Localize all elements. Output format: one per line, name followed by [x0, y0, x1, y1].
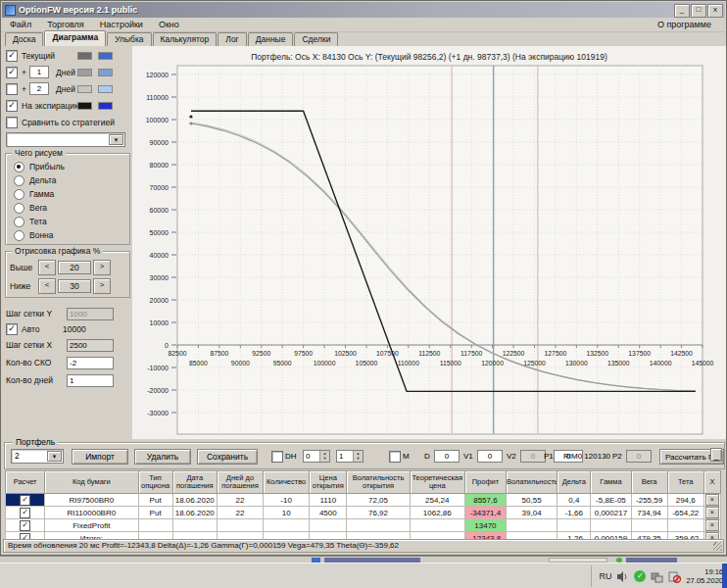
- menu-item-0[interactable]: Файл: [2, 19, 39, 30]
- series-color-swatch-1-1[interactable]: [98, 69, 113, 76]
- tab-Доска[interactable]: Доска: [5, 32, 43, 46]
- column-header-X[interactable]: X: [703, 471, 720, 494]
- column-header-Количество[interactable]: Количество: [264, 471, 310, 494]
- draw-option-Тета[interactable]: Тета: [10, 215, 127, 228]
- sko-input[interactable]: [67, 357, 114, 369]
- save-button[interactable]: Сохранить: [197, 449, 258, 465]
- tab-Лог[interactable]: Лог: [218, 32, 246, 46]
- chevron-down-icon[interactable]: ▼: [109, 134, 123, 145]
- menu-item-2[interactable]: Настройки: [92, 19, 151, 30]
- draw-option-Гамма[interactable]: Гамма: [10, 187, 127, 201]
- auto-checkbox[interactable]: ✓: [6, 323, 18, 335]
- series-color-swatch-2-1[interactable]: [98, 85, 113, 93]
- title-bar[interactable]: OptionFW версия 2.1 public _ □ x: [2, 2, 725, 18]
- range-increase-button[interactable]: >: [93, 260, 111, 275]
- tab-Сделки[interactable]: Сделки: [294, 32, 338, 46]
- delete-cell[interactable]: ×: [703, 507, 720, 519]
- taskbar-clock[interactable]: 19:16 27.05.2020: [686, 567, 723, 585]
- draw-option-Прибыль[interactable]: Прибыль: [10, 160, 127, 173]
- series-color-swatch-0-1[interactable]: [98, 52, 113, 60]
- network-icon[interactable]: [651, 570, 663, 583]
- column-header-Дата погашения[interactable]: Дата погашения: [172, 471, 217, 494]
- status-bar: Время обновления 20 мс Profit=-12343,8 D…: [3, 539, 724, 553]
- language-indicator[interactable]: RU: [599, 571, 611, 581]
- m-checkbox[interactable]: ✓: [389, 451, 401, 463]
- draw-option-Вонна[interactable]: Вонна: [10, 228, 127, 242]
- table-row-0[interactable]: ✓RI97500BR0Put18.06.202022-10111072,0525…: [6, 494, 721, 507]
- series-color-swatch-3-0[interactable]: [77, 102, 92, 110]
- column-header-Тип опциона[interactable]: Тип опциона: [138, 471, 172, 494]
- delete-cell[interactable]: ×: [703, 519, 720, 532]
- series-days-input-2[interactable]: [29, 82, 49, 95]
- minimize-button[interactable]: _: [674, 4, 690, 18]
- column-header-Профит[interactable]: Профит: [464, 471, 506, 494]
- column-header-Гамма[interactable]: Гамма: [591, 471, 631, 494]
- days-count-input[interactable]: [67, 374, 114, 387]
- column-header-Дельта[interactable]: Дельта: [557, 471, 591, 494]
- strategy-combobox[interactable]: ▼: [6, 132, 125, 147]
- taskbar[interactable]: RU ✓ 19:16 27.05.2020: [0, 563, 727, 588]
- dh-spinner-2[interactable]: 1▲▼: [336, 450, 364, 463]
- p2-input[interactable]: [626, 450, 652, 463]
- menu-item-1[interactable]: Торговля: [39, 19, 92, 30]
- series-color-swatch-2-0[interactable]: [77, 85, 92, 93]
- antivirus-ok-icon[interactable]: ✓: [634, 570, 646, 582]
- column-header-Волатильность[interactable]: Волатильность: [507, 471, 557, 494]
- show-desktop-button[interactable]: [722, 564, 727, 588]
- grid-x-input[interactable]: [67, 339, 114, 352]
- v1-input[interactable]: [477, 450, 503, 463]
- column-header-Вега[interactable]: Вега: [631, 471, 667, 494]
- menu-item-about[interactable]: О программе: [650, 19, 719, 30]
- d-input[interactable]: [434, 450, 460, 463]
- range-decrease-button[interactable]: <: [38, 260, 56, 275]
- column-header-Код бумаги[interactable]: Код бумаги: [45, 471, 138, 494]
- delete-cell[interactable]: ×: [703, 494, 720, 507]
- column-header-Волатильность открытия[interactable]: Волатильность открытия: [347, 471, 410, 494]
- tab-Диаграмма[interactable]: Диаграмма: [44, 30, 106, 46]
- series-color-swatch-0-0[interactable]: [77, 52, 92, 60]
- compare-strategy-checkbox[interactable]: ✓: [6, 117, 18, 128]
- collapse-panel-button[interactable]: _: [710, 448, 722, 462]
- series-checkbox-3[interactable]: ✓: [6, 100, 18, 112]
- delete-button[interactable]: Удалить: [134, 449, 191, 465]
- column-header-Теоретическая цена[interactable]: Теоретическая цена: [410, 471, 464, 494]
- chevron-down-icon[interactable]: ▼: [47, 451, 62, 462]
- tab-Улыбка[interactable]: Улыбка: [107, 32, 151, 46]
- calc-cell[interactable]: ✓: [6, 507, 45, 519]
- calc-cell[interactable]: ✓: [6, 494, 45, 507]
- svg-text:125000: 125000: [523, 360, 546, 367]
- dh-spinner-1[interactable]: 0▲▼: [303, 450, 330, 463]
- menu-item-3[interactable]: Окно: [151, 19, 187, 30]
- dh-checkbox[interactable]: ✓: [271, 451, 283, 463]
- series-color-swatch-3-1[interactable]: [98, 102, 113, 110]
- resize-grip[interactable]: [713, 542, 722, 551]
- blocked-service-icon[interactable]: [668, 570, 681, 583]
- maximize-button[interactable]: □: [691, 4, 706, 18]
- column-header-Тета[interactable]: Тета: [667, 471, 703, 494]
- close-button[interactable]: x: [707, 4, 723, 18]
- portfolio-combobox[interactable]: 2 ▼: [11, 449, 64, 464]
- series-color-swatch-1-0[interactable]: [77, 69, 92, 76]
- range-increase-button[interactable]: >: [93, 278, 111, 294]
- draw-option-Вега[interactable]: Вега: [10, 201, 127, 215]
- tab-Данные[interactable]: Данные: [248, 32, 294, 46]
- column-header-Дней до погашения[interactable]: Дней до погашения: [217, 471, 263, 494]
- table-row-1[interactable]: ✓RI110000BR0Put18.06.20202210450076,9210…: [6, 507, 721, 519]
- series-checkbox-0[interactable]: ✓: [6, 50, 18, 62]
- volume-icon[interactable]: [616, 570, 629, 583]
- calc-cell[interactable]: ✓: [6, 519, 45, 532]
- v2-input[interactable]: [520, 450, 546, 463]
- series-checkbox-1[interactable]: ✓: [6, 67, 18, 78]
- profit-chart[interactable]: 1200001100001000009000080000700006000050…: [132, 46, 726, 439]
- draw-option-Дельта[interactable]: Дельта: [10, 173, 127, 187]
- range-decrease-button[interactable]: <: [38, 278, 56, 294]
- series-checkbox-2[interactable]: ✓: [6, 83, 18, 95]
- compare-strategy-row[interactable]: ✓ Сравнить со стратегией: [3, 114, 132, 130]
- column-header-Цена открытия[interactable]: Цена открытия: [310, 471, 347, 494]
- table-row-2[interactable]: ✓FixedProfit13470×: [6, 519, 721, 532]
- series-days-input-1[interactable]: [29, 66, 49, 78]
- grid-y-input[interactable]: [67, 308, 114, 320]
- column-header-Расчет[interactable]: Расчет: [6, 471, 45, 494]
- import-button[interactable]: Импорт: [72, 449, 128, 465]
- tab-Калькулятор[interactable]: Калькулятор: [153, 32, 218, 46]
